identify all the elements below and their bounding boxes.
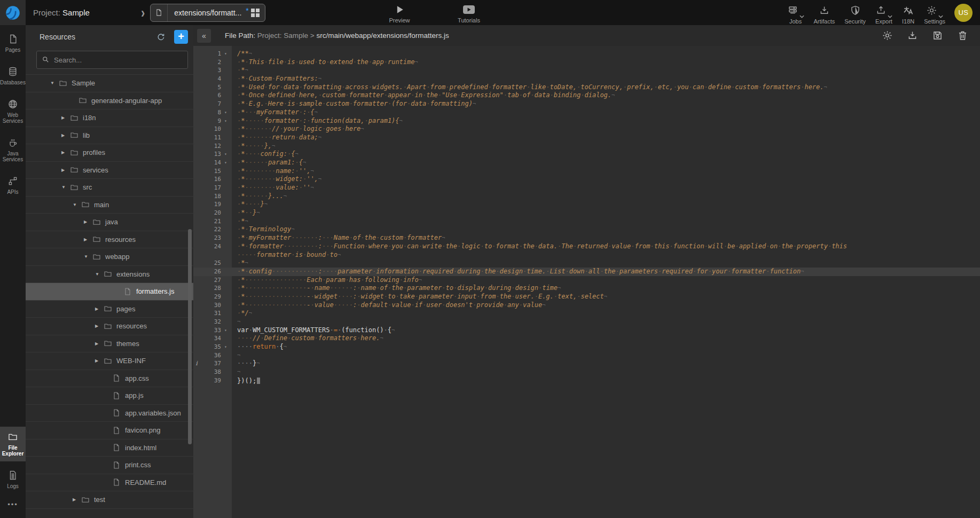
chevron-collapsed-icon[interactable]: ▶ (95, 324, 104, 328)
code-line-11[interactable]: 11 ·*·······return·data;¬ (193, 134, 980, 142)
code-line-14[interactable]: 14 ▾ ·*······param1:·{¬ (193, 159, 980, 167)
download-button[interactable] (907, 30, 918, 41)
chevron-expanded-icon[interactable]: ▼ (84, 254, 92, 259)
tree-item-lib[interactable]: ▶ lib (26, 127, 193, 145)
tree-item-index.html[interactable]: index.html (26, 439, 193, 457)
chevron-expanded-icon[interactable]: ▼ (61, 185, 70, 190)
menu-security[interactable]: Security (840, 5, 871, 25)
code-line-29[interactable]: 29 ·*················-·widget····:·widge… (193, 293, 980, 301)
tree-item-java[interactable]: ▶ java (26, 214, 193, 231)
search-input[interactable] (36, 51, 188, 69)
code-line-1[interactable]: 1 ▾ /**¬ (193, 50, 980, 58)
chevron-collapsed-icon[interactable]: ▶ (61, 168, 70, 172)
tree-item-resources[interactable]: ▶ resources (26, 231, 193, 249)
tree-item-extensions[interactable]: ▼ extensions (26, 266, 193, 284)
code-line-35[interactable]: 35 ▾ ····return·{¬ (193, 343, 980, 351)
tree-item-formatters.js[interactable]: formatters.js (26, 283, 193, 301)
code-line-17[interactable]: 17 ·*········value:·''¬ (193, 184, 980, 192)
code-line-9[interactable]: 9 ▾ ·*·····formatter·:·function(data,·pa… (193, 117, 980, 125)
code-line-19[interactable]: 19 ·*····}¬ (193, 200, 980, 209)
chevron-collapsed-icon[interactable]: ▶ (73, 497, 81, 502)
code-line-21[interactable]: 21 ·*¬ (193, 217, 980, 226)
code-editor[interactable]: 1 ▾ /**¬ 2 ·*·This·file·is·used·to·exten… (193, 46, 980, 518)
sidebar-item-databases[interactable]: Databases (0, 61, 26, 90)
tree-item-profiles[interactable]: ▶ profiles (26, 144, 193, 162)
code-line-22[interactable]: 22 ·*·Terminology¬ (193, 225, 980, 234)
code-line-4[interactable]: 4 ·*·Custom·Formatters:¬ (193, 75, 980, 83)
code-line-16[interactable]: 16 ·*········widget:·'',¬ (193, 175, 980, 184)
fold-arrow-icon[interactable]: ▾ (223, 150, 232, 159)
code-line-36[interactable]: 36 ¬ (193, 351, 980, 360)
code-line-32[interactable]: 32 ¬ (193, 318, 980, 326)
code-line-23[interactable]: 23 ·*·myFormatter·······:···Name·of·the·… (193, 234, 980, 242)
code-line-3[interactable]: 3 ·*¬ (193, 66, 980, 75)
tree-item-test[interactable]: ▶ test (26, 491, 193, 509)
delete-button[interactable] (957, 30, 968, 41)
code-line-7[interactable]: 7 ·*·E.g.·Here·is·sample·custom·formatte… (193, 100, 980, 108)
sidebar-item-file-explorer[interactable]: FileExplorer (0, 427, 26, 461)
add-resource-button[interactable]: + (174, 30, 188, 44)
menu-export[interactable]: Export (871, 5, 897, 25)
topbar-item-preview[interactable]: Preview (383, 4, 416, 23)
sidebar-item-apis[interactable]: APIs (0, 171, 26, 200)
tree-item-generated-angular-app[interactable]: generated-angular-app (26, 92, 193, 110)
code-line-15[interactable]: 15 ·*········name:·'',¬ (193, 167, 980, 176)
more-menu-icon[interactable]: ••• (0, 494, 26, 518)
code-line-33[interactable]: 33 ▾ var·WM_CUSTOM_FORMATTERS·=·(functio… (193, 326, 980, 335)
tree-item-themes[interactable]: ▶ themes (26, 335, 193, 353)
code-line-39[interactable]: 39 })(); (193, 376, 980, 385)
tree-item-print.css[interactable]: print.css (26, 457, 193, 474)
tree-item-WEB-INF[interactable]: ▶ WEB-INF (26, 352, 193, 370)
tree-item-app.css[interactable]: app.css (26, 370, 193, 388)
chevron-collapsed-icon[interactable]: ▶ (95, 358, 104, 363)
code-line-24[interactable]: 24 ·*·formatter·········:···Function·whe… (193, 242, 980, 251)
code-line-27[interactable]: 27 ·*················Each·param·has·foll… (193, 276, 980, 285)
code-line-13[interactable]: 13 ▾ ·*····config:·{¬ (193, 150, 980, 159)
code-line-31[interactable]: 31 ·*/¬ (193, 309, 980, 318)
menu-settings[interactable]: Settings (919, 5, 950, 25)
code-line-12[interactable]: 12 ·*·····},¬ (193, 142, 980, 151)
code-line-28[interactable]: 28 ·*················-·name······:·name·… (193, 284, 980, 293)
code-line-6[interactable]: 6 ·*·Once·defined·here,·custom·formatter… (193, 91, 980, 100)
save-button[interactable] (932, 30, 943, 41)
fold-arrow-icon[interactable]: ▾ (223, 159, 232, 167)
code-line-8[interactable]: 8 ▾ ·*···myFormatter·:·{¬ (193, 108, 980, 117)
sidebar-item-logs[interactable]: Logs (0, 465, 26, 494)
chevron-collapsed-icon[interactable]: ▶ (61, 150, 70, 155)
fold-arrow-icon[interactable]: ▾ (223, 326, 232, 335)
tree-item-resources[interactable]: ▶ resources (26, 318, 193, 335)
code-line-20[interactable]: 20 ·*··}¬ (193, 209, 980, 217)
sidebar-item-pages[interactable]: Pages (0, 29, 26, 58)
tree-scrollbar[interactable] (188, 229, 192, 444)
fold-arrow-icon[interactable]: ▾ (223, 343, 232, 351)
tree-item-app.js[interactable]: app.js (26, 387, 193, 405)
chevron-right-icon[interactable]: › (141, 4, 145, 21)
user-avatar[interactable]: US (954, 4, 973, 22)
fold-arrow-icon[interactable]: ▾ (223, 117, 232, 125)
code-line-38[interactable]: 38 ¬ (193, 368, 980, 376)
chevron-collapsed-icon[interactable]: ▶ (84, 219, 92, 224)
code-line-26[interactable]: 26 ·*·config············:····parameter·i… (193, 268, 980, 276)
tree-item-README.md[interactable]: README.md (26, 474, 193, 492)
tree-item-main[interactable]: ▼ main (26, 197, 193, 214)
tree-item-src[interactable]: ▼ src (26, 179, 193, 197)
menu-jobs[interactable]: Jobs (782, 5, 809, 25)
tree-item-i18n[interactable]: ▶ i18n (26, 109, 193, 127)
tree-item-webapp[interactable]: ▼ webapp (26, 248, 193, 266)
tree-item-pages[interactable]: ▶ pages (26, 301, 193, 318)
chevron-collapsed-icon[interactable]: ▶ (61, 133, 70, 138)
tree-item-Sample[interactable]: ▼ Sample (26, 75, 193, 92)
chevron-collapsed-icon[interactable]: ▶ (61, 115, 70, 120)
tree-item-favicon.png[interactable]: favicon.png (26, 422, 193, 439)
refresh-icon[interactable] (156, 32, 166, 42)
chevron-collapsed-icon[interactable]: ▶ (84, 237, 92, 242)
menu-i18n[interactable]: I18N (897, 5, 919, 25)
code-line-wrap[interactable]: ·····formatter·is·bound·to¬ (193, 251, 980, 260)
chevron-expanded-icon[interactable]: ▼ (50, 81, 59, 85)
topbar-item-tutorials[interactable]: Tutorials (452, 4, 485, 23)
menu-artifacts[interactable]: Artifacts (809, 5, 840, 25)
tree-item-app.variables.json[interactable]: app.variables.json (26, 405, 193, 422)
fold-arrow-icon[interactable]: ▾ (223, 108, 232, 117)
code-line-10[interactable]: 10 ·*·······//·your·logic·goes·here¬ (193, 125, 980, 134)
code-line-30[interactable]: 30 ·*················-·value·····:·defau… (193, 301, 980, 310)
